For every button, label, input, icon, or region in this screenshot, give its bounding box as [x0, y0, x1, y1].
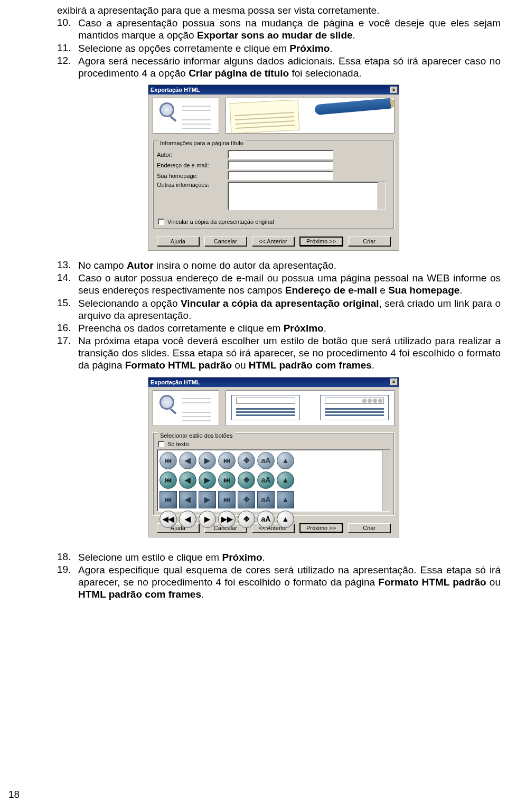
cancel-button[interactable]: Cancelar [204, 237, 247, 246]
list-item: 16.Preencha os dados corretamente e cliq… [57, 322, 501, 334]
export-html-dialog-1: Exportação HTML × Informações para a pág… [148, 84, 399, 251]
list-body: Selecionando a opção Vincular a cópia da… [78, 297, 501, 322]
homepage-label: Sua homepage: [157, 173, 224, 179]
style-button[interactable]: ▲ [277, 491, 294, 508]
export-html-dialog-2: Exportação HTML × Selecionar estilo dos … [148, 377, 399, 537]
style-button[interactable]: ⏭ [218, 471, 236, 489]
next-button[interactable]: Próximo >> [299, 237, 343, 246]
button-style-grid[interactable]: ⏮ ◀ ▶ ⏭ ✥ aA ▲ ⏮ ◀ ▶ ⏭ ✥ aA ▲ [157, 449, 390, 512]
list-number: 10. [57, 17, 78, 41]
list-body: No campo Autor insira o nome do autor da… [78, 259, 501, 271]
style-button[interactable]: ▲ [277, 471, 294, 489]
step-illustration [226, 390, 395, 426]
style-button[interactable]: ▶▶ [218, 511, 236, 528]
group-title: Informações para a página título [158, 140, 246, 146]
list-item: 15.Selecionando a opção Vincular a cópia… [57, 297, 501, 322]
style-button[interactable]: ▶ [199, 491, 216, 508]
style-button[interactable]: ◀ [179, 471, 196, 489]
dialog-titlebar: Exportação HTML × [148, 377, 399, 387]
back-button[interactable]: << Anterior [252, 237, 294, 246]
dialog-button-row: Ajuda Cancelar << Anterior Próximo >> Cr… [148, 232, 399, 250]
style-button[interactable]: aA [257, 452, 275, 469]
style-button[interactable]: ◀◀ [159, 511, 177, 528]
style-button[interactable]: ◀ [179, 511, 196, 528]
dialog-illustration [148, 387, 399, 429]
list-number: 15. [57, 297, 78, 322]
style-button[interactable]: ⏮ [159, 491, 177, 508]
group-title: Selecionar estilo dos botões [158, 432, 235, 439]
list-body: Agora especifique qual esquema de cores … [78, 564, 501, 601]
style-button[interactable]: ⏭ [218, 491, 236, 508]
create-button[interactable]: Criar [348, 237, 390, 246]
list-item: 18.Selecione um estilo e clique em Próxi… [57, 551, 501, 563]
text-only-label: Só texto [167, 441, 189, 447]
list-number: 13. [57, 259, 78, 271]
style-button[interactable]: aA [257, 491, 275, 508]
author-input[interactable] [228, 150, 333, 159]
list-body: Na próxima etapa você deverá escolher um… [78, 335, 501, 372]
dialog-titlebar: Exportação HTML × [148, 85, 399, 95]
homepage-input[interactable] [228, 171, 333, 180]
intro-text: exibirá a apresentação para que a mesma … [57, 4, 501, 16]
style-button[interactable]: ✥ [238, 491, 255, 508]
style-button[interactable]: ▲ [277, 452, 294, 469]
list-number: 14. [57, 272, 78, 296]
page-number: 18 [8, 789, 20, 800]
style-button[interactable]: ▶ [199, 511, 216, 528]
other-info-textarea[interactable] [228, 182, 386, 210]
list-body: Selecione um estilo e clique em Próximo. [78, 551, 501, 563]
list-item: 17.Na próxima etapa você deverá escolher… [57, 335, 501, 372]
style-button[interactable]: ◀ [179, 452, 196, 469]
style-button[interactable]: ✥ [238, 471, 255, 489]
list-item: 10.Caso a apresentação possua sons na mu… [57, 17, 501, 41]
link-copy-label: Vincular a cópia da apresentação origina… [167, 219, 274, 225]
list-body: Caso o autor possua endereço de e-mail o… [78, 272, 501, 296]
list-number: 17. [57, 335, 78, 372]
list-body: Preencha os dados corretamente e clique … [78, 322, 501, 334]
progress-thumbnail [153, 390, 219, 426]
progress-thumbnail [153, 98, 219, 134]
other-info-label: Outras informações: [157, 182, 224, 188]
button-style-group: Selecionar estilo dos botões Só texto ⏮ … [153, 429, 395, 516]
dialog-title: Exportação HTML [151, 379, 200, 385]
email-label: Endereço de e-mail: [157, 162, 224, 168]
help-button[interactable]: Ajuda [157, 237, 199, 246]
list-number: 18. [57, 551, 78, 563]
list-body: Caso a apresentação possua sons na mudan… [78, 17, 501, 41]
step-illustration [226, 98, 395, 134]
list-item: 11.Selecione as opções corretamente e cl… [57, 42, 501, 54]
list-item: 14.Caso o autor possua endereço de e-mai… [57, 272, 501, 296]
close-icon[interactable]: × [390, 379, 398, 385]
style-button[interactable]: ⏮ [159, 452, 177, 469]
list-body: Agora será necessário informar alguns da… [78, 55, 501, 79]
style-button[interactable]: ⏭ [218, 452, 236, 469]
list-number: 19. [57, 564, 78, 601]
author-label: Autor: [157, 152, 224, 158]
style-button[interactable]: ▶ [199, 471, 216, 489]
style-button[interactable]: aA [257, 511, 275, 528]
text-only-checkbox[interactable] [158, 441, 164, 447]
list-item: 12.Agora será necessário informar alguns… [57, 55, 501, 79]
style-button[interactable]: ✥ [238, 511, 255, 528]
list-item: 13.No campo Autor insira o nome do autor… [57, 259, 501, 271]
style-button[interactable]: ▶ [199, 452, 216, 469]
list-number: 16. [57, 322, 78, 334]
email-input[interactable] [228, 160, 333, 169]
title-info-group: Informações para a página título Autor: … [153, 137, 395, 229]
style-button[interactable]: ⏮ [159, 471, 177, 489]
document-page: { "intro_line": "exibirá a apresentação … [0, 0, 507, 812]
style-button[interactable]: aA [257, 471, 275, 489]
link-copy-checkbox[interactable] [158, 219, 164, 225]
close-icon[interactable]: × [390, 87, 398, 93]
list-number: 12. [57, 55, 78, 79]
list-number: 11. [57, 42, 78, 54]
dialog-illustration [148, 95, 399, 137]
list-body: Selecione as opções corretamente e cliqu… [78, 42, 501, 54]
dialog-title: Exportação HTML [151, 87, 200, 93]
style-button[interactable]: ▲ [277, 511, 294, 528]
list-item: 19.Agora especifique qual esquema de cor… [57, 564, 501, 601]
style-button[interactable]: ◀ [179, 491, 196, 508]
style-button[interactable]: ✥ [238, 452, 255, 469]
